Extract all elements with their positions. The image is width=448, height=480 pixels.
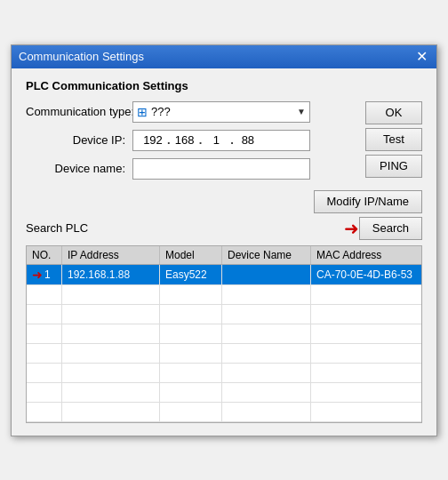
action-buttons: OK Test PING	[365, 101, 422, 178]
row-arrow-icon: ➜	[32, 268, 43, 282]
comm-type-icon: ⊞	[137, 105, 148, 119]
comm-type-value: ???	[151, 105, 293, 118]
modify-row: Modify IP/Name	[26, 190, 422, 213]
col-header-mac: MAC Address	[311, 246, 427, 264]
device-ip-label: Device IP:	[26, 133, 132, 147]
left-panel: Communication type: ⊞ ??? ▼ Device IP: .…	[26, 101, 355, 187]
modify-button[interactable]: Modify IP/Name	[314, 190, 422, 213]
cell-model: Easy522	[160, 265, 222, 284]
main-content: Communication type: ⊞ ??? ▼ Device IP: .…	[26, 101, 422, 187]
col-header-no: NO.	[27, 246, 62, 264]
cell-ip: 192.168.1.88	[62, 265, 160, 284]
chevron-down-icon: ▼	[297, 107, 306, 116]
col-header-device-name: Device Name	[222, 246, 311, 264]
search-button[interactable]: Search	[359, 217, 422, 240]
empty-row	[27, 285, 421, 305]
ip-input-wrapper: . . .	[132, 130, 310, 151]
empty-row	[27, 403, 421, 422]
ip-part2[interactable]	[171, 133, 199, 147]
device-ip-group: Device IP: . . .	[26, 130, 355, 151]
device-name-input[interactable]	[132, 158, 310, 180]
dialog: Communication Settings ✕ PLC Communicati…	[11, 44, 437, 436]
cell-no-value: 1	[44, 268, 51, 281]
search-btn-wrapper: ➜ Search	[344, 217, 422, 240]
comm-type-dropdown[interactable]: ⊞ ??? ▼	[132, 101, 310, 123]
col-header-model: Model	[160, 246, 222, 264]
dialog-body: PLC Communication Settings Communication…	[12, 68, 436, 436]
test-button[interactable]: Test	[365, 128, 422, 151]
close-button[interactable]: ✕	[414, 50, 429, 64]
cell-device-name	[222, 265, 311, 284]
ip-part4[interactable]	[234, 133, 262, 147]
ip-part3[interactable]	[202, 133, 230, 147]
ping-button[interactable]: PING	[365, 155, 422, 178]
search-plc-row: Search PLC ➜ Search	[26, 217, 422, 240]
search-plc-label: Search PLC	[26, 221, 88, 235]
search-arrow-icon: ➜	[344, 218, 359, 239]
device-name-label: Device name:	[26, 162, 132, 175]
section-title: PLC Communication Settings	[26, 79, 422, 92]
empty-row	[27, 383, 421, 403]
ip-part1[interactable]	[139, 133, 167, 147]
comm-type-group: Communication type: ⊞ ??? ▼	[26, 101, 355, 123]
table-row[interactable]: ➜ 1 192.168.1.88 Easy522 CA-70-0E-4D-B6-…	[27, 265, 421, 285]
device-name-group: Device name:	[26, 158, 355, 180]
empty-row	[27, 324, 421, 344]
cell-no: ➜ 1	[27, 265, 62, 284]
cell-mac: CA-70-0E-4D-B6-53	[311, 265, 427, 284]
title-bar: Communication Settings ✕	[12, 45, 436, 68]
empty-row	[27, 344, 421, 364]
empty-row	[27, 305, 421, 324]
table-header: NO. IP Address Model Device Name MAC Add…	[27, 246, 421, 265]
ok-button[interactable]: OK	[365, 101, 422, 124]
col-header-ip: IP Address	[62, 246, 160, 264]
dialog-title: Communication Settings	[19, 50, 144, 63]
plc-table: NO. IP Address Model Device Name MAC Add…	[26, 245, 422, 423]
empty-row	[27, 364, 421, 383]
comm-type-label: Communication type:	[26, 105, 132, 118]
